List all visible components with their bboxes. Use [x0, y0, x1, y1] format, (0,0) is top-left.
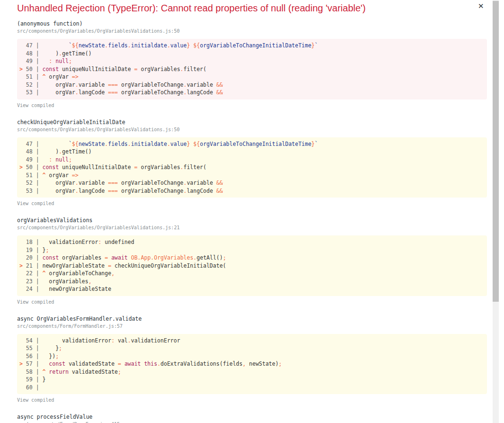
frame-source-location: src/components/OrgVariables/OrgVariables… [17, 127, 487, 132]
code-line: 49 | : null; [19, 156, 482, 164]
stack-frame: (anonymous function) src/components/OrgV… [17, 21, 487, 109]
frame-function-name: orgVariablesValidations [17, 217, 487, 223]
stack-frame: orgVariablesValidations src/components/O… [17, 217, 487, 306]
scrollbar-track[interactable] [493, 0, 499, 423]
code-line: 22 | ^ orgVariableToChange, [19, 270, 482, 278]
code-line: 55 | }; [19, 344, 482, 352]
view-compiled-link[interactable]: View compiled [17, 299, 54, 305]
view-compiled-link[interactable]: View compiled [17, 397, 54, 403]
code-line: 24 | newOrgVariableState [19, 285, 482, 293]
code-line: > 57 | const validatedState = await this… [19, 360, 482, 368]
code-frame: 47 | `${newState.fields.initialdate.valu… [17, 137, 487, 198]
code-line: 52 | orgVar.variable === orgVariableToCh… [19, 179, 482, 187]
frame-source-location: src/components/Form/FormHandler.js:57 [17, 324, 487, 329]
code-line: 58 | ^ return validatedState; [19, 368, 482, 376]
code-line: 60 | [19, 384, 482, 392]
stack-frame: async OrgVariablesFormHandler.validate s… [17, 316, 487, 404]
code-line: > 21 | newOrgVariableState = checkUnique… [19, 262, 482, 270]
code-line: 20 | const orgVariables = await OB.App.O… [19, 254, 482, 262]
code-line: 53 | orgVar.langCode === orgVariableToCh… [19, 187, 482, 195]
frame-function-name: async OrgVariablesFormHandler.validate [17, 316, 487, 322]
code-line: 47 | `${newState.fields.initialdate.valu… [19, 140, 482, 148]
frame-source-location: src/components/OrgVariables/OrgVariables… [17, 225, 487, 230]
frame-function-name: async processFieldValue [17, 414, 487, 420]
close-icon[interactable]: ✕ [475, 2, 487, 10]
code-line: > 50 | const uniqueNullInitialDate = org… [19, 65, 482, 73]
frame-function-name: (anonymous function) [17, 21, 487, 27]
code-line: 19 | }; [19, 246, 482, 254]
code-line: 49 | : null; [19, 57, 482, 65]
code-line: 48 | ).getTime() [19, 50, 482, 58]
code-line: 56 | }); [19, 352, 482, 360]
code-line: 51 | ^ orgVar => [19, 73, 482, 81]
code-line: 52 | orgVar.variable === orgVariableToCh… [19, 81, 482, 89]
scrollbar-thumb[interactable] [493, 1, 499, 302]
stack-frame: async processFieldValue src/components/F… [17, 414, 487, 423]
frame-source-location: src/components/OrgVariables/OrgVariables… [17, 28, 487, 34]
view-compiled-link[interactable]: View compiled [17, 103, 54, 108]
code-line: 18 | validationError: undefined [19, 238, 482, 246]
code-line: 59 | } [19, 376, 482, 384]
code-line: 51 | ^ orgVar => [19, 171, 482, 180]
code-frame: 54 | validationError: val.validationErro… [17, 334, 487, 395]
stack-frame: checkUniqueOrgVariableInitialDate src/co… [17, 119, 487, 207]
error-title: Unhandled Rejection (TypeError): Cannot … [17, 2, 487, 14]
code-frame: 18 | validationError: undefined 19 | }; … [17, 235, 487, 296]
code-line: 53 | orgVar.langCode === orgVariableToCh… [19, 89, 482, 97]
frame-function-name: checkUniqueOrgVariableInitialDate [17, 119, 487, 125]
view-compiled-link[interactable]: View compiled [17, 201, 54, 206]
code-frame: 47 | `${newState.fields.initialdate.valu… [17, 39, 487, 99]
code-line: 48 | ).getTime() [19, 148, 482, 156]
code-line: > 50 | const uniqueNullInitialDate = org… [19, 163, 482, 171]
error-overlay: Unhandled Rejection (TypeError): Cannot … [0, 0, 504, 423]
code-line: 23 | orgVariables, [19, 278, 482, 286]
code-line: 47 | `${newState.fields.initialdate.valu… [19, 42, 482, 50]
code-line: 54 | validationError: val.validationErro… [19, 337, 482, 345]
